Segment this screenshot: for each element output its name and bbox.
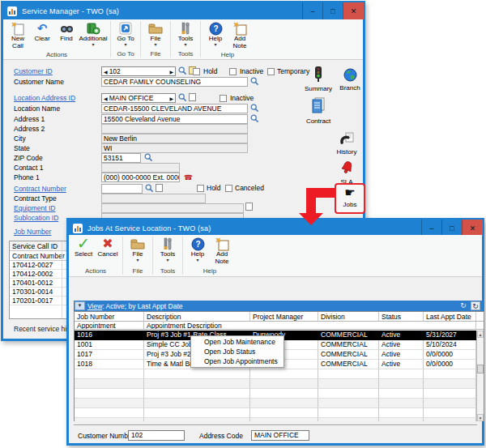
zip-code-field[interactable]: 53151 <box>101 153 141 163</box>
record-prev-icon[interactable]: ◀ <box>102 69 109 75</box>
hold-checkbox[interactable] <box>193 68 200 75</box>
table-row-empty[interactable] <box>75 399 476 408</box>
inactive-checkbox[interactable] <box>229 68 237 75</box>
phone1-label: Phone 1 <box>14 173 40 181</box>
city-field[interactable]: New Berlin <box>101 134 248 143</box>
table-row-empty[interactable] <box>75 418 476 421</box>
address1-field[interactable]: 15500 Cleveland Avenue <box>101 114 248 124</box>
menu-item[interactable]: Open Job Appointments <box>191 356 284 366</box>
scroll-thumb[interactable] <box>477 365 484 373</box>
contract-number-field[interactable] <box>101 184 143 194</box>
additional-button[interactable]: Additional ▾ <box>79 21 107 47</box>
select-button[interactable]: ✓ Select <box>72 237 95 258</box>
location-name-lookup-icon[interactable] <box>250 104 259 113</box>
table-cell <box>144 418 250 421</box>
customer-id-link[interactable]: Customer ID <box>14 67 53 75</box>
zip-lookup-icon[interactable] <box>144 153 153 162</box>
find-button[interactable]: Find <box>55 21 78 43</box>
history-button[interactable]: History <box>332 131 361 156</box>
location-name-field[interactable]: CEDAR-15500 CLEVELAND AVENUE <box>101 104 248 113</box>
location-note-icon[interactable] <box>189 93 196 101</box>
record-prev-icon[interactable]: ◀ <box>102 96 109 101</box>
minimize-button[interactable]: – <box>302 2 322 19</box>
redisplay-icon[interactable]: ↻ <box>471 301 480 310</box>
job-number-link[interactable]: Job Number <box>14 228 51 236</box>
table-row-empty[interactable] <box>75 408 476 418</box>
contract-number-link[interactable]: Contract Number <box>14 185 66 193</box>
canceled-checkbox[interactable] <box>225 185 232 192</box>
view-bar[interactable]: ▼ View: Active; by Last Appt Date ↻ ↻ <box>74 301 483 311</box>
titlebar-jobs-window[interactable]: Jobs At Service Location - TWO (sa) – □ … <box>68 220 483 237</box>
history-label: History <box>332 148 361 156</box>
jobs-button-highlight[interactable]: ☛ Jobs <box>335 183 365 214</box>
location-address-id-field[interactable]: ◀ MAIN OFFICE ▶ <box>101 93 176 103</box>
customer-name-lookup-icon[interactable] <box>250 77 259 86</box>
titlebar-service-manager[interactable]: Service Manager - TWO (sa) – □ ✕ <box>2 2 364 19</box>
contract-note-icon[interactable] <box>156 184 163 192</box>
temporary-checkbox[interactable] <box>267 68 275 75</box>
customer-id-field[interactable]: ◀ 102 ▶ <box>101 66 176 76</box>
equipment-id-link[interactable]: Equipment ID <box>14 204 56 212</box>
view-dropdown-icon[interactable]: ▼ <box>75 301 85 310</box>
customer-name-field[interactable]: CEDAR FAMILY COUNSELING <box>101 77 248 87</box>
add-note-button[interactable]: Add Note <box>211 237 233 266</box>
location-inactive-checkbox[interactable] <box>220 95 227 102</box>
phone1-field[interactable]: (000) 000-0000 Ext. 0000 <box>101 173 180 182</box>
record-next-icon[interactable]: ▶ <box>168 96 175 101</box>
column-header: Last Appt Date <box>424 312 476 321</box>
refresh-icon[interactable]: ↻ <box>458 301 468 310</box>
contract-type-field[interactable] <box>101 194 206 203</box>
location-lookup-icon[interactable] <box>178 93 187 102</box>
menu-item[interactable]: Open Job Maintenance <box>191 337 284 347</box>
minimize-button[interactable]: – <box>421 220 441 237</box>
cancel-button[interactable]: ✖ Cancel <box>96 237 119 258</box>
sla-button[interactable]: SLA <box>332 160 361 186</box>
table-row-empty[interactable] <box>75 379 476 389</box>
help-button[interactable]: ? Help ▾ <box>204 21 227 47</box>
menu-item[interactable]: Open Job Status <box>191 347 284 356</box>
help-button[interactable]: ? Help ▾ <box>186 237 209 262</box>
address2-field[interactable] <box>101 124 248 134</box>
find-label: Find <box>60 36 73 43</box>
close-button[interactable]: ✕ <box>462 220 483 237</box>
inactive-label: Inactive <box>240 67 263 75</box>
customer-number-field[interactable]: 102 <box>128 430 185 441</box>
tools-button[interactable]: Tools ▾ <box>174 21 197 47</box>
zip-code-label: ZIP Code <box>14 154 43 162</box>
file-button[interactable]: File ▾ <box>126 237 149 262</box>
scroll-down-icon[interactable]: ▼ <box>477 414 484 421</box>
summary-button[interactable]: Summary <box>304 66 333 92</box>
table-row-empty[interactable] <box>75 369 476 379</box>
phone-icon[interactable]: ☎ <box>184 173 193 181</box>
new-call-button[interactable]: New Call <box>6 21 29 50</box>
address-code-field[interactable]: MAIN OFFICE <box>251 430 309 441</box>
vertical-scrollbar[interactable]: ▲ ▼ <box>476 331 484 421</box>
table-cell <box>318 418 379 421</box>
file-button[interactable]: File ▾ <box>144 21 167 47</box>
tools-button[interactable]: Tools ▾ <box>156 237 179 262</box>
location-address-id-link[interactable]: Location Address ID <box>14 94 75 102</box>
contract-hold-checkbox[interactable] <box>197 185 204 192</box>
contract-lookup-icon[interactable] <box>145 184 154 193</box>
close-button[interactable]: ✕ <box>343 2 364 19</box>
maximize-button[interactable]: □ <box>322 2 343 19</box>
goto-button[interactable]: Go To ▾ <box>114 21 137 47</box>
table-row-empty[interactable] <box>75 389 476 399</box>
branch-button[interactable]: Branch <box>335 68 364 92</box>
equipment-id-field[interactable] <box>101 203 244 213</box>
grid-header-row[interactable]: Job NumberDescriptionProject ManagerDivi… <box>75 312 484 322</box>
state-field[interactable]: WI <box>101 143 248 153</box>
contract-button[interactable]: Contract <box>304 97 333 125</box>
record-next-icon[interactable]: ▶ <box>168 69 175 75</box>
sublocation-id-link[interactable]: Sublocation ID <box>14 214 58 222</box>
contact1-field[interactable] <box>101 163 180 173</box>
scroll-up-icon[interactable]: ▲ <box>477 331 484 338</box>
new-call-icon <box>11 21 24 36</box>
clear-button[interactable]: ↶ Clear <box>31 21 53 43</box>
maximize-button[interactable]: □ <box>441 220 462 237</box>
add-note-button[interactable]: Add Note <box>228 21 251 50</box>
address1-lookup-icon[interactable] <box>250 114 259 123</box>
customer-id-lookup-icon[interactable] <box>178 66 187 75</box>
equipment-note-icon[interactable] <box>245 203 253 211</box>
table-cell: COMMERCIAL <box>318 340 379 350</box>
